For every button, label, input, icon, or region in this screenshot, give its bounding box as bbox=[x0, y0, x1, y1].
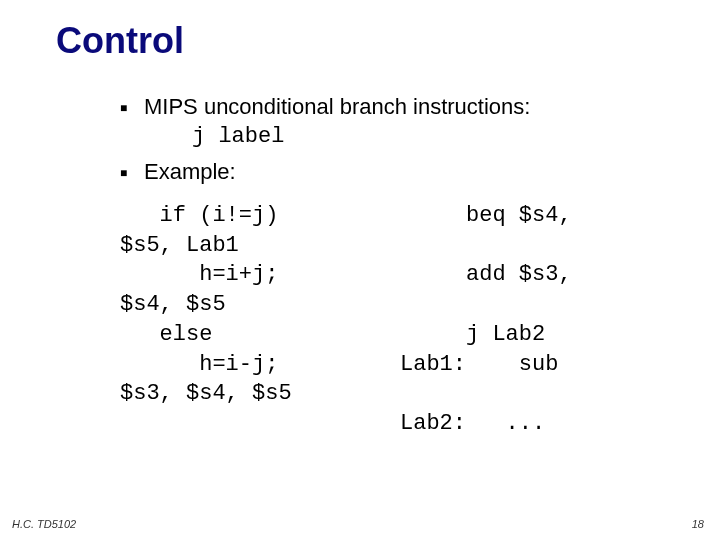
code-left: $s5, Lab1 bbox=[120, 231, 400, 261]
code-left: h=i+j; bbox=[120, 260, 400, 290]
code-left: $s3, $s4, $s5 bbox=[120, 379, 400, 409]
code-row: $s4, $s5 bbox=[120, 290, 680, 320]
bullet-square-icon: ■ bbox=[120, 92, 144, 116]
code-right bbox=[400, 379, 680, 409]
code-right: add $s3, bbox=[400, 260, 680, 290]
code-right: Lab1: sub bbox=[400, 350, 680, 380]
bullet-body: MIPS unconditional branch instructions: … bbox=[144, 92, 680, 151]
code-row: $s5, Lab1 bbox=[120, 231, 680, 261]
code-left: $s4, $s5 bbox=[120, 290, 400, 320]
code-row: else j Lab2 bbox=[120, 320, 680, 350]
code-row: Lab2: ... bbox=[120, 409, 680, 439]
code-left bbox=[120, 409, 400, 439]
bullet-subtext: j label bbox=[144, 122, 680, 152]
footer-page-number: 18 bbox=[692, 518, 704, 530]
slide-title: Control bbox=[56, 20, 720, 62]
bullet-item: ■ Example: bbox=[120, 157, 680, 187]
code-row: $s3, $s4, $s5 bbox=[120, 379, 680, 409]
bullet-body: Example: bbox=[144, 157, 680, 187]
code-example: if (i!=j) beq $s4, $s5, Lab1 h=i+j; add … bbox=[120, 201, 680, 439]
code-row: h=i-j; Lab1: sub bbox=[120, 350, 680, 380]
code-right bbox=[400, 231, 680, 261]
code-left: h=i-j; bbox=[120, 350, 400, 380]
bullet-item: ■ MIPS unconditional branch instructions… bbox=[120, 92, 680, 151]
bullet-text: MIPS unconditional branch instructions: bbox=[144, 92, 680, 122]
code-right: Lab2: ... bbox=[400, 409, 680, 439]
bullet-text: Example: bbox=[144, 157, 680, 187]
bullet-square-icon: ■ bbox=[120, 157, 144, 181]
code-right: beq $s4, bbox=[400, 201, 680, 231]
code-right: j Lab2 bbox=[400, 320, 680, 350]
footer-left: H.C. TD5102 bbox=[12, 518, 76, 530]
code-row: if (i!=j) beq $s4, bbox=[120, 201, 680, 231]
code-left: if (i!=j) bbox=[120, 201, 400, 231]
code-row: h=i+j; add $s3, bbox=[120, 260, 680, 290]
slide-content: ■ MIPS unconditional branch instructions… bbox=[120, 92, 680, 439]
code-right bbox=[400, 290, 680, 320]
slide: Control ■ MIPS unconditional branch inst… bbox=[0, 0, 720, 540]
code-left: else bbox=[120, 320, 400, 350]
